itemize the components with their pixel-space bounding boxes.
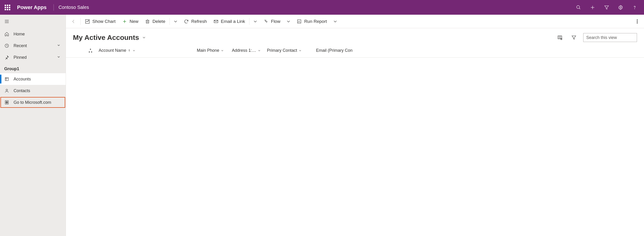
run-report-dropdown[interactable] <box>330 15 340 28</box>
command-separator <box>249 18 250 25</box>
plus-icon <box>590 5 595 10</box>
globe-icon <box>4 100 9 105</box>
command-label: Email a Link <box>221 19 245 24</box>
svg-marker-38 <box>572 36 576 39</box>
delete-button[interactable]: Delete <box>142 15 168 28</box>
chevron-down-icon <box>298 49 302 52</box>
svg-point-5 <box>620 7 621 8</box>
app-launcher-button[interactable] <box>0 0 15 15</box>
trash-icon <box>145 19 150 24</box>
svg-line-1 <box>579 8 580 9</box>
command-bar: Show Chart New Delete Refresh Email a Li… <box>66 15 644 28</box>
hierarchy-column[interactable] <box>82 48 99 53</box>
column-email[interactable]: Email (Primary Con <box>316 48 637 53</box>
search-view-input[interactable] <box>583 33 637 42</box>
column-label: Main Phone <box>197 48 219 53</box>
report-icon <box>297 19 302 24</box>
back-arrow-icon <box>71 19 76 24</box>
delete-dropdown[interactable] <box>171 15 180 28</box>
sidebar-item-label: Pinned <box>14 55 52 60</box>
sidebar-item-label: Home <box>14 32 62 37</box>
app-header: Power Apps Contoso Sales <box>0 0 644 15</box>
svg-marker-4 <box>605 5 609 9</box>
show-chart-button[interactable]: Show Chart <box>82 15 119 28</box>
chevron-down-icon <box>142 35 146 40</box>
sidebar-item-label: Accounts <box>14 77 62 82</box>
pin-icon <box>4 55 9 60</box>
svg-point-32 <box>637 21 638 22</box>
view-selector[interactable]: My Active Accounts <box>73 34 146 41</box>
columns-icon <box>557 35 562 40</box>
more-vertical-icon <box>635 19 640 24</box>
command-separator <box>80 18 81 25</box>
funnel-icon <box>604 5 609 10</box>
chevron-down-icon <box>258 49 261 52</box>
sidebar-item-pinned[interactable]: Pinned <box>0 52 66 63</box>
clock-icon <box>4 43 9 48</box>
sidebar-item-accounts[interactable]: Accounts <box>0 73 66 85</box>
column-address1[interactable]: Address 1:… <box>232 48 267 53</box>
plus-icon <box>122 19 127 24</box>
svg-point-33 <box>637 23 638 23</box>
sidebar-item-contacts[interactable]: Contacts <box>0 85 66 97</box>
add-button[interactable] <box>586 0 600 15</box>
command-label: Flow <box>271 19 280 24</box>
new-button[interactable]: New <box>119 15 142 28</box>
column-main-phone[interactable]: Main Phone <box>197 48 232 53</box>
main-content: Show Chart New Delete Refresh Email a Li… <box>66 15 644 236</box>
sidebar-collapse-button[interactable] <box>0 15 66 28</box>
run-report-button[interactable]: Run Report <box>293 15 330 28</box>
refresh-button[interactable]: Refresh <box>180 15 210 28</box>
sidebar-item-recent[interactable]: Recent <box>0 40 66 52</box>
open-filter-button[interactable] <box>569 33 578 42</box>
funnel-icon <box>571 35 576 40</box>
chevron-down-icon <box>253 19 258 24</box>
chevron-down-icon <box>221 49 224 52</box>
sidebar-group-label: Group1 <box>0 63 66 73</box>
environment-name: Contoso Sales <box>56 5 91 10</box>
command-label: Run Report <box>304 19 327 24</box>
flow-dropdown[interactable] <box>284 15 293 28</box>
sidebar-item-microsoft-link[interactable]: Go to Microsoft.com <box>0 97 66 108</box>
more-commands-button[interactable] <box>632 15 642 28</box>
sidebar-item-label: Go to Microsoft.com <box>14 100 62 105</box>
accounts-icon <box>4 77 9 81</box>
chevron-down-icon <box>132 49 136 52</box>
sort-asc-icon <box>128 49 131 52</box>
back-button[interactable] <box>68 15 80 28</box>
view-title-text: My Active Accounts <box>73 34 139 41</box>
chevron-down-icon <box>333 19 338 24</box>
email-link-button[interactable]: Email a Link <box>210 15 248 28</box>
column-label: Primary Contact <box>267 48 297 53</box>
flow-icon <box>264 19 268 24</box>
sidebar-item-label: Contacts <box>14 88 62 93</box>
svg-rect-40 <box>89 52 90 52</box>
chevron-down-icon <box>173 19 178 24</box>
sidebar-item-home[interactable]: Home <box>0 28 66 40</box>
svg-rect-39 <box>90 49 91 49</box>
svg-rect-11 <box>5 77 8 80</box>
column-primary-contact[interactable]: Primary Contact <box>267 48 316 53</box>
home-icon <box>4 32 9 36</box>
grid-header: Account Name Main Phone Address 1:… Prim… <box>66 47 644 58</box>
header-actions <box>572 0 644 15</box>
svg-rect-41 <box>91 52 92 52</box>
search-button[interactable] <box>572 0 586 15</box>
flow-button[interactable]: Flow <box>260 15 284 28</box>
svg-point-6 <box>634 8 635 9</box>
column-account-name[interactable]: Account Name <box>99 48 197 53</box>
header-divider <box>54 4 54 11</box>
hamburger-icon <box>4 19 9 24</box>
hierarchy-icon <box>88 48 93 53</box>
svg-point-37 <box>561 38 562 40</box>
sidebar-item-label: Recent <box>14 43 52 48</box>
edit-columns-button[interactable] <box>555 33 564 42</box>
filter-button[interactable] <box>600 0 614 15</box>
column-label: Account Name <box>99 48 126 53</box>
email-icon <box>214 19 218 24</box>
chevron-down-icon <box>286 19 291 24</box>
settings-button[interactable] <box>614 0 628 15</box>
help-button[interactable] <box>628 0 642 15</box>
gear-icon <box>618 5 623 10</box>
email-link-dropdown[interactable] <box>250 15 260 28</box>
